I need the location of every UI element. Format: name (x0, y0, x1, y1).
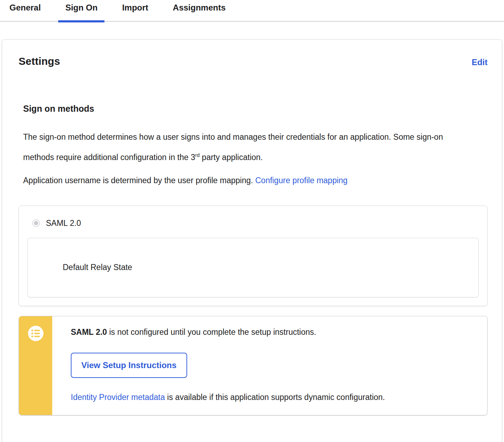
callout-body: SAML 2.0 is not configured until you com… (52, 316, 399, 415)
configure-profile-mapping-link[interactable]: Configure profile mapping (255, 176, 347, 185)
sign-on-methods-section: Sign on methods The sign-on method deter… (23, 104, 488, 189)
view-setup-instructions-button[interactable]: View Setup Instructions (71, 353, 187, 378)
saml-radio-row: SAML 2.0 (27, 219, 479, 228)
metadata-line: Identity Provider metadata is available … (71, 393, 385, 402)
saml-option-box: SAML 2.0 Default Relay State (19, 206, 488, 306)
page-title: Settings (19, 55, 60, 67)
radio-dot (34, 221, 38, 225)
metadata-text-rest: is available if this application support… (165, 393, 385, 402)
list-icon (28, 326, 43, 341)
callout-message: SAML 2.0 is not configured until you com… (71, 327, 385, 337)
description-text-part2: party application. (199, 153, 263, 162)
default-relay-state-field: Default Relay State (27, 238, 479, 297)
settings-card-header: Settings Edit (19, 55, 488, 67)
sign-on-methods-heading: Sign on methods (23, 104, 488, 114)
tab-assignments[interactable]: Assignments (166, 0, 233, 22)
application-username-line: Application username is determined by th… (23, 171, 488, 189)
username-text: Application username is determined by th… (23, 176, 255, 185)
callout-message-rest: is not configured until you complete the… (107, 327, 316, 337)
edit-button[interactable]: Edit (472, 57, 488, 67)
settings-card: Settings Edit Sign on methods The sign-o… (2, 39, 502, 442)
identity-provider-metadata-link[interactable]: Identity Provider metadata (71, 393, 165, 402)
callout-method-name: SAML 2.0 (71, 327, 107, 337)
tab-import[interactable]: Import (115, 0, 155, 22)
description-superscript: rd (195, 152, 199, 158)
tab-sign-on[interactable]: Sign On (58, 0, 104, 22)
saml-not-configured-callout: SAML 2.0 is not configured until you com… (19, 316, 488, 415)
app-tab-bar: General Sign On Import Assignments (0, 0, 504, 22)
tab-general[interactable]: General (2, 0, 48, 22)
saml-radio-label[interactable]: SAML 2.0 (46, 219, 81, 228)
sign-on-method-description: The sign-on method determines how a user… (23, 128, 458, 166)
default-relay-state-label: Default Relay State (63, 263, 132, 272)
callout-yellow-strip (19, 316, 52, 415)
saml-radio-button[interactable] (32, 219, 40, 227)
